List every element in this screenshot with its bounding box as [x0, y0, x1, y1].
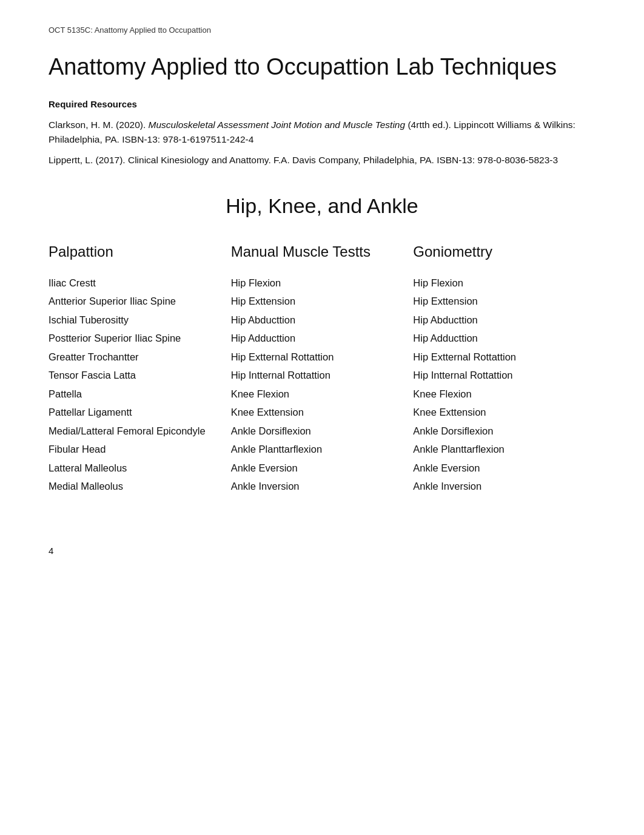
list-item: Hip Extternal Rottattion: [231, 348, 414, 367]
palpattion-list: Iliac CresttAntterior Superior Iliac Spi…: [49, 274, 231, 496]
list-item: Greatter Trochantter: [49, 348, 231, 367]
goniomettry-column: Goniomettry Hip FlexionHip ExttensionHip…: [413, 241, 595, 496]
list-item: Hip Flexion: [413, 274, 595, 292]
ref1-italic: Musculoskeletal Assessment Joint Motion …: [149, 120, 406, 130]
list-item: Hip Intternal Rottattion: [231, 366, 414, 385]
list-item: Ankle Inversion: [231, 477, 414, 496]
breadcrumb: OCT 5135C: Anattomy Applied tto Occupatt…: [49, 24, 595, 36]
ref1-before: Clarkson, H. M. (2020).: [49, 120, 149, 130]
list-item: Ankle Planttarflexion: [413, 440, 595, 459]
list-item: Pattellar Ligamentt: [49, 403, 231, 422]
list-item: Medial Malleolus: [49, 477, 231, 496]
references-section: Clarkson, H. M. (2020). Musculoskeletal …: [49, 118, 595, 167]
list-item: Knee Flexion: [231, 385, 414, 404]
palpattion-column: Palpattion Iliac CresttAntterior Superio…: [49, 241, 231, 496]
section-title: Hip, Knee, and Ankle: [49, 191, 595, 221]
list-item: Fibular Head: [49, 440, 231, 459]
list-item: Ankle Dorsiflexion: [413, 422, 595, 441]
manual-muscle-header: Manual Muscle Testts: [231, 241, 414, 263]
list-item: Tensor Fascia Latta: [49, 366, 231, 385]
list-item: Knee Exttension: [413, 403, 595, 422]
manual-muscle-list: Hip FlexionHip ExttensionHip AbducttionH…: [231, 274, 414, 496]
list-item: Ischial Tuberositty: [49, 311, 231, 330]
list-item: Hip Adducttion: [413, 329, 595, 348]
page-title: Anattomy Applied tto Occupattion Lab Tec…: [49, 53, 595, 81]
list-item: Hip Adducttion: [231, 329, 414, 348]
list-item: Postterior Superior Iliac Spine: [49, 329, 231, 348]
list-item: Hip Extternal Rottattion: [413, 348, 595, 367]
columns-container: Palpattion Iliac CresttAntterior Superio…: [49, 241, 595, 496]
palpattion-header: Palpattion: [49, 241, 231, 263]
list-item: Ankle Dorsiflexion: [231, 422, 414, 441]
list-item: Hip Flexion: [231, 274, 414, 292]
list-item: Hip Exttension: [413, 292, 595, 311]
reference-2: Lippertt, L. (2017). Clinical Kinesiolog…: [49, 153, 595, 167]
goniomettry-list: Hip FlexionHip ExttensionHip AbducttionH…: [413, 274, 595, 496]
list-item: Latteral Malleolus: [49, 459, 231, 478]
list-item: Iliac Crestt: [49, 274, 231, 292]
list-item: Hip Intternal Rottattion: [413, 366, 595, 385]
list-item: Hip Abducttion: [413, 311, 595, 330]
list-item: Knee Flexion: [413, 385, 595, 404]
list-item: Ankle Planttarflexion: [231, 440, 414, 459]
goniomettry-header: Goniomettry: [413, 241, 595, 263]
list-item: Ankle Inversion: [413, 477, 595, 496]
page-number: 4: [49, 544, 595, 558]
manual-muscle-column: Manual Muscle Testts Hip FlexionHip Extt…: [231, 241, 414, 496]
required-resources-label: Required Resources: [49, 98, 595, 112]
list-item: Medial/Latteral Femoral Epicondyle: [49, 422, 231, 441]
list-item: Antterior Superior Iliac Spine: [49, 292, 231, 311]
reference-1: Clarkson, H. M. (2020). Musculoskeletal …: [49, 118, 595, 147]
ref2-text: Lippertt, L. (2017). Clinical Kinesiolog…: [49, 155, 558, 165]
list-item: Pattella: [49, 385, 231, 404]
list-item: Knee Exttension: [231, 403, 414, 422]
list-item: Ankle Eversion: [413, 459, 595, 478]
list-item: Hip Exttension: [231, 292, 414, 311]
list-item: Ankle Eversion: [231, 459, 414, 478]
list-item: Hip Abducttion: [231, 311, 414, 330]
